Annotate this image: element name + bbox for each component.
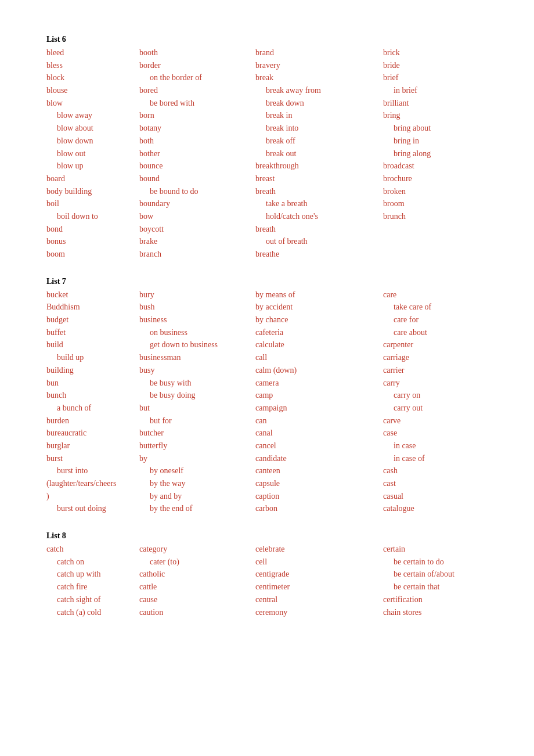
- word-item: boom: [46, 248, 139, 261]
- list-columns-7: bucketBuddhismbudgetbuffetbuildbuild upb…: [46, 289, 488, 515]
- word-item: border: [139, 59, 255, 72]
- word-item: blow away: [46, 109, 139, 122]
- word-item: carriage: [383, 351, 499, 364]
- word-item: businessman: [139, 351, 255, 364]
- word-item: Buddhism: [46, 301, 139, 314]
- word-item: by oneself: [139, 465, 255, 477]
- word-item: catch sight of: [46, 593, 139, 606]
- word-item: cattle: [139, 581, 255, 593]
- word-item: by the way: [139, 477, 255, 490]
- word-item: boil down to: [46, 210, 139, 223]
- word-item: bury: [139, 289, 255, 301]
- word-item: campaign: [255, 402, 383, 415]
- word-item: brilliant: [383, 97, 499, 110]
- word-item: catalogue: [383, 502, 499, 515]
- word-item: break: [255, 71, 383, 84]
- word-item: cater (to): [139, 556, 255, 568]
- word-item: by accident: [255, 301, 383, 314]
- word-item: body building: [46, 185, 139, 198]
- list-col-8-3: certainbe certain to dobe certain of/abo…: [383, 543, 499, 618]
- list-section-8: List 8catchcatch oncatch up withcatch fi…: [46, 531, 488, 618]
- word-item: cause: [139, 593, 255, 606]
- list-title-6: List 6: [46, 35, 488, 44]
- word-item: both: [139, 135, 255, 147]
- word-item: building: [46, 364, 139, 377]
- word-item: care: [383, 289, 499, 301]
- list-col-6-0: bleedblessblockblouseblowblow awayblow a…: [46, 46, 139, 261]
- list-title-8: List 8: [46, 531, 488, 541]
- word-item: caption: [255, 490, 383, 503]
- word-item: bride: [383, 59, 499, 72]
- word-item: a bunch of: [46, 402, 139, 415]
- list-col-8-0: catchcatch oncatch up withcatch firecatc…: [46, 543, 139, 618]
- word-item: bored: [139, 84, 255, 97]
- word-item: care for: [383, 314, 499, 326]
- list-col-6-2: brandbraverybreakbreak away frombreak do…: [255, 46, 383, 261]
- word-item: catholic: [139, 568, 255, 581]
- word-item: bring about: [383, 122, 499, 135]
- word-item: break in: [255, 109, 383, 122]
- list-col-6-3: brickbridebriefin briefbrilliantbringbri…: [383, 46, 499, 223]
- word-item: break into: [255, 122, 383, 135]
- word-item: burglar: [46, 440, 139, 452]
- word-item: canal: [255, 427, 383, 440]
- word-item: ): [46, 490, 139, 503]
- word-item: broadcast: [383, 160, 499, 172]
- word-item: boil: [46, 197, 139, 210]
- list-col-7-3: caretake care ofcare forcare aboutcarpen…: [383, 289, 499, 515]
- word-item: blow: [46, 97, 139, 110]
- word-item: cancel: [255, 440, 383, 452]
- word-item: certain: [383, 543, 499, 556]
- word-item: burst out doing: [46, 502, 139, 515]
- word-item: calm (down): [255, 364, 383, 377]
- word-item: carbon: [255, 502, 383, 515]
- word-item: catch up with: [46, 568, 139, 581]
- word-item: bravery: [255, 59, 383, 72]
- word-item: bush: [139, 301, 255, 314]
- word-item: burst into: [46, 465, 139, 477]
- word-item: board: [46, 172, 139, 185]
- word-item: brief: [383, 71, 499, 84]
- word-item: on business: [139, 326, 255, 339]
- list-section-7: List 7bucketBuddhismbudgetbuffetbuildbui…: [46, 277, 488, 515]
- word-item: bring: [383, 109, 499, 122]
- word-item: brochure: [383, 172, 499, 185]
- word-item: born: [139, 109, 255, 122]
- word-item: blow out: [46, 147, 139, 160]
- word-item: branch: [139, 248, 255, 261]
- word-item: be certain of/about: [383, 568, 499, 581]
- word-item: bow: [139, 210, 255, 223]
- word-item: butterfly: [139, 440, 255, 452]
- word-item: break away from: [255, 84, 383, 97]
- word-item: casual: [383, 490, 499, 503]
- word-item: central: [255, 593, 383, 606]
- word-item: centimeter: [255, 581, 383, 593]
- word-item: get down to business: [139, 339, 255, 351]
- word-item: take care of: [383, 301, 499, 314]
- word-item: in case: [383, 440, 499, 452]
- app: List 6bleedblessblockblouseblowblow away…: [46, 35, 488, 618]
- word-item: bleed: [46, 46, 139, 59]
- word-item: be busy doing: [139, 389, 255, 402]
- word-item: celebrate: [255, 543, 383, 556]
- word-item: hold/catch one's: [255, 210, 383, 223]
- word-item: catch: [46, 543, 139, 556]
- word-item: camera: [255, 377, 383, 390]
- word-item: business: [139, 314, 255, 326]
- word-item: can: [255, 415, 383, 427]
- word-item: botany: [139, 122, 255, 135]
- word-item: by and by: [139, 490, 255, 503]
- word-item: be bound to do: [139, 185, 255, 198]
- word-item: build: [46, 339, 139, 351]
- word-item: category: [139, 543, 255, 556]
- word-item: camp: [255, 389, 383, 402]
- word-item: chain stores: [383, 606, 499, 619]
- word-item: break off: [255, 135, 383, 147]
- word-item: carry: [383, 377, 499, 390]
- word-item: bound: [139, 172, 255, 185]
- word-item: busy: [139, 364, 255, 377]
- word-item: bring in: [383, 135, 499, 147]
- word-item: cash: [383, 465, 499, 477]
- list-col-7-0: bucketBuddhismbudgetbuffetbuildbuild upb…: [46, 289, 139, 515]
- word-item: canteen: [255, 465, 383, 477]
